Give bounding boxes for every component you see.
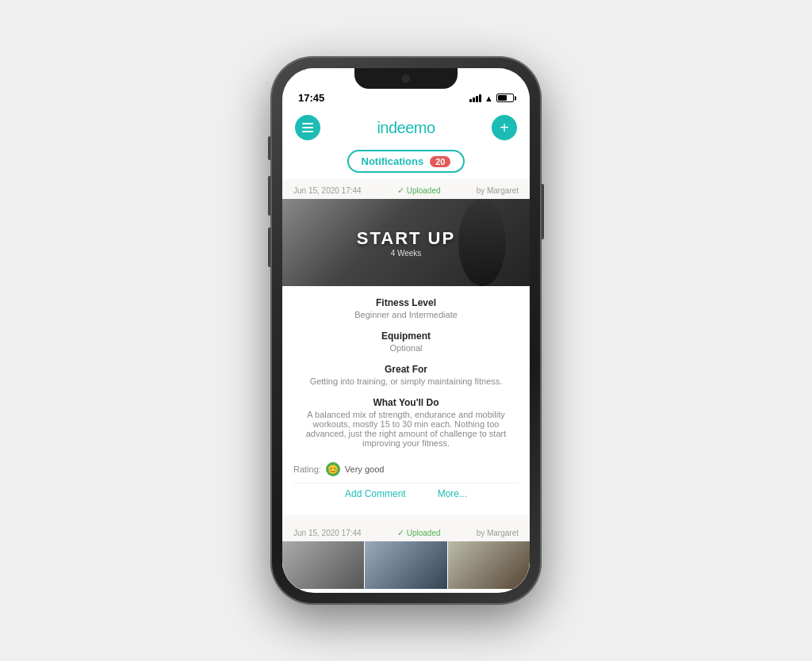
notch xyxy=(354,68,458,89)
card-details-1: Fitness Level Beginner and Intermediate … xyxy=(282,286,530,515)
notif-status-label-1: Uploaded xyxy=(407,186,441,195)
notification-item-2: Jun 15, 2020 17:44 ✓ Uploaded by Margare… xyxy=(282,522,530,589)
fitness-level-label: Fitness Level xyxy=(293,297,519,308)
second-card-img-1 xyxy=(282,541,364,589)
phone-screen: 17:45 ▲ xyxy=(282,68,530,593)
second-card-images xyxy=(282,541,530,589)
equipment-value: Optional xyxy=(293,343,519,353)
notifications-tab-label: Notifications xyxy=(362,155,424,167)
silent-button xyxy=(268,136,271,160)
volume-up-button xyxy=(268,176,271,216)
hero-card-1: START UP 4 Weeks xyxy=(282,199,530,286)
rating-value: Very good xyxy=(345,464,385,474)
fitness-level-section: Fitness Level Beginner and Intermediate xyxy=(293,297,519,319)
great-for-value: Getting into training, or simply maintai… xyxy=(293,376,519,386)
add-comment-button[interactable]: Add Comment xyxy=(345,488,406,499)
camera-dot xyxy=(402,75,410,82)
hero-bg-1: START UP 4 Weeks xyxy=(282,199,530,286)
scroll-content[interactable]: Jun 15, 2020 17:44 ✓ Uploaded by Margare… xyxy=(282,179,530,589)
notif-status-label-2: Uploaded xyxy=(407,529,441,537)
notif-author-2: by Margaret xyxy=(477,529,519,537)
second-card-img-2 xyxy=(365,541,446,589)
notif-meta-1: Jun 15, 2020 17:44 ✓ Uploaded by Margare… xyxy=(282,179,530,199)
hero-figure xyxy=(458,199,506,286)
check-circle-icon-2: ✓ xyxy=(397,528,404,538)
status-time: 17:45 xyxy=(298,92,324,104)
tab-bar: Notifications 20 xyxy=(282,147,530,179)
notif-meta-2: Jun 15, 2020 17:44 ✓ Uploaded by Margare… xyxy=(282,522,530,541)
equipment-section: Equipment Optional xyxy=(293,330,519,353)
check-circle-icon: ✓ xyxy=(397,185,404,196)
card-actions-1: Add Comment More... xyxy=(293,483,519,504)
what-youll-do-section: What You'll Do A balanced mix of strengt… xyxy=(293,397,519,448)
phone-mockup: 17:45 ▲ xyxy=(271,57,541,604)
logo-pre: in xyxy=(377,119,389,136)
hamburger-icon xyxy=(302,123,313,132)
rating-emoji-icon: 😊 xyxy=(326,462,340,476)
add-button[interactable]: + xyxy=(492,115,517,140)
app-content: indeemo + Notifications 20 Jun 15, 2020 … xyxy=(282,109,530,589)
logo-brand: deemo xyxy=(389,119,435,136)
notification-item-1: Jun 15, 2020 17:44 ✓ Uploaded by Margare… xyxy=(282,179,530,515)
app-logo: indeemo xyxy=(377,119,435,137)
power-button xyxy=(541,184,544,239)
notif-date-2: Jun 15, 2020 17:44 xyxy=(293,529,362,537)
battery-icon xyxy=(496,94,514,102)
what-youll-do-label: What You'll Do xyxy=(293,397,519,408)
great-for-section: Great For Getting into training, or simp… xyxy=(293,364,519,386)
notif-author-1: by Margaret xyxy=(477,186,519,195)
more-button[interactable]: More... xyxy=(438,488,467,499)
what-youll-do-value: A balanced mix of strength, endurance an… xyxy=(293,410,519,448)
notif-status-1: ✓ Uploaded xyxy=(397,185,441,196)
equipment-label: Equipment xyxy=(293,330,519,342)
notifications-tab[interactable]: Notifications 20 xyxy=(347,150,465,173)
hero-title: START UP xyxy=(357,228,455,249)
fitness-level-value: Beginner and Intermediate xyxy=(293,310,519,319)
notifications-badge: 20 xyxy=(430,156,450,167)
wifi-icon: ▲ xyxy=(485,94,493,103)
status-icons: ▲ xyxy=(469,94,514,103)
notif-date-1: Jun 15, 2020 17:44 xyxy=(293,186,362,195)
rating-row: Rating: 😊 Very good xyxy=(293,459,519,483)
hero-text-overlay: START UP 4 Weeks xyxy=(357,228,455,258)
menu-button[interactable] xyxy=(295,115,320,140)
second-card-img-3 xyxy=(448,541,530,589)
hero-subtitle: 4 Weeks xyxy=(357,249,455,258)
rating-label: Rating: xyxy=(293,464,321,474)
volume-down-button xyxy=(268,227,271,267)
signal-icon xyxy=(469,94,481,102)
great-for-label: Great For xyxy=(293,364,519,375)
app-header: indeemo + xyxy=(282,109,530,147)
notif-status-2: ✓ Uploaded xyxy=(397,528,441,538)
battery-fill xyxy=(498,95,507,101)
